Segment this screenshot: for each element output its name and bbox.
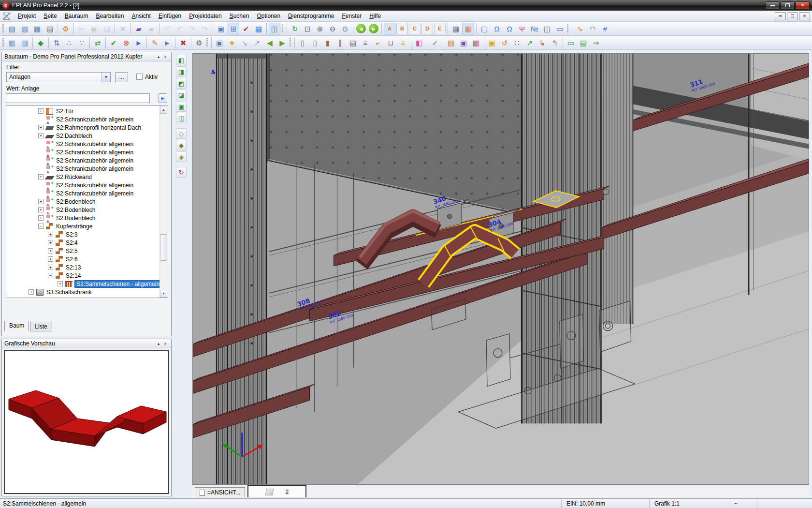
tab-ansicht[interactable]: =ANSICHT... [195,487,245,497]
copy-icon[interactable]: ▣ [88,23,100,34]
report-flag-icon[interactable]: ► [133,37,145,48]
view-3d-se-icon[interactable]: ◇ [176,128,187,139]
menu-projekt[interactable]: Projekt [14,11,40,21]
wert-apply-button[interactable]: ▶ [159,93,167,103]
plugins-icon[interactable]: ◆ [35,37,46,48]
print-icon[interactable]: ▤ [44,23,56,34]
preview-panel-header[interactable]: Grafische Vorschau ▴ x [2,339,171,348]
view-left-icon[interactable]: ◩ [176,78,187,89]
process-gear-icon[interactable]: ⊛ [120,37,132,48]
tree-item-label[interactable]: S2:Schrankzubehör allgemein [55,190,134,197]
tree-item-label[interactable]: S2:Dachblech [55,133,93,139]
mounting-plate-icon[interactable]: ▮ [322,37,334,48]
scheme-d-icon[interactable]: D [421,23,433,34]
tree-item[interactable]: −Kupferstränge [6,222,160,230]
tree-item-label[interactable]: S2:4 [65,239,79,246]
mdi-restore-button[interactable] [787,12,798,20]
tree-expander-icon[interactable]: + [48,256,53,262]
enclosure-browser-icon[interactable]: ▯ [309,37,321,48]
delete-selection-icon[interactable]: ✖ [117,23,129,34]
toolbar-grip[interactable] [567,24,568,33]
zoom-out-icon[interactable]: ⊖ [327,23,338,34]
tree-item-label[interactable]: S2:3 [65,231,79,238]
chevron-down-icon[interactable]: ▼ [102,73,110,82]
window-cutout-icon[interactable]: ▣ [458,37,469,48]
new-part-icon[interactable]: ★ [226,37,238,48]
tree-item[interactable]: +S2:5 [6,247,160,255]
ruler-icon[interactable]: ▭ [554,23,566,34]
tree-item-label[interactable]: S2:Schrankzubehör allgemein [55,141,134,148]
menu-hilfe[interactable]: Hilfe [365,11,385,21]
free-plate-icon[interactable]: ∥ [334,37,346,48]
tree-item[interactable]: S2:Schrankzubehör allgemein [6,140,160,148]
tree-item-label[interactable]: S2:Schrankzubehör allgemein [55,157,134,164]
cut-icon[interactable]: ✂ [76,23,87,34]
angle-rail-icon[interactable]: ⌐ [372,37,384,48]
tree-item-label[interactable]: S2:Schrankzubehör allgemein [55,116,134,123]
open-page-icon[interactable]: ▨ [19,23,30,34]
tree-item[interactable]: +S2:3 [6,230,160,239]
synchronize-icon[interactable]: ⇄ [92,37,103,48]
place-part-icon[interactable]: ↗ [524,37,536,48]
zoom-in-icon[interactable]: ⊕ [314,23,326,34]
tree-item[interactable]: +S2:4 [6,239,160,247]
redo-list-icon[interactable]: ↷ [199,23,211,34]
scheme-e-icon[interactable]: E [434,23,446,34]
3d-viewport[interactable]: 302RIT 3580.000308RIT 3580.000340RIT 358… [192,53,809,485]
bend-busbar-2-icon[interactable]: ↰ [549,37,561,48]
maximize-button[interactable] [781,1,795,10]
edit-document-icon[interactable]: ✎ [149,37,160,48]
tree-item-label[interactable]: S2:14 [65,272,82,279]
magnet-icon[interactable]: Ω [491,23,503,34]
3d-scene[interactable]: 302RIT 3580.000308RIT 3580.000340RIT 358… [193,54,809,484]
new-page-icon[interactable]: ▧ [6,23,18,34]
minimize-button[interactable] [766,1,780,10]
bend-busbar-icon[interactable]: ↳ [536,37,548,48]
tree-item-label[interactable]: S2:Schrankzubehör allgemein [55,182,134,189]
tree-item[interactable]: +S2:Tür [6,107,160,115]
page-navigator-icon[interactable]: ▣ [215,23,227,34]
wert-input[interactable] [6,93,150,103]
mounting-rail-icon[interactable]: ≡ [360,37,371,48]
tree-expander-icon[interactable]: − [38,224,44,229]
scheme-a-icon[interactable]: A [384,23,395,34]
tab-page-2[interactable]: 2 [247,485,306,497]
layout-space-navigator-icon[interactable]: ▥ [6,37,18,48]
export-part-icon[interactable]: ↗ [251,37,263,48]
toolbar-grip[interactable] [290,38,291,47]
tree-item[interactable]: S2:Schrankzubehör allgemein [6,181,160,189]
tree-item[interactable]: S2:Schrankzubehör allgemein [6,148,160,156]
tree-item-label[interactable]: S2:Sammelschienen - allgemein [74,280,161,288]
redraw-icon[interactable]: ↻ [289,23,301,34]
menu-optionen[interactable]: Optionen [253,11,284,21]
tree-item-label[interactable]: S2:13 [65,264,82,271]
previous-part-icon[interactable]: ◀ [264,37,276,48]
tree-expander-icon[interactable]: + [38,199,44,204]
panel-close-icon[interactable]: x [162,341,169,346]
menu-einfuegen[interactable]: Einfügen [155,11,185,21]
connection-symbols-icon[interactable]: Ψ [516,23,528,34]
menu-seite[interactable]: Seite [40,11,60,21]
undo-icon[interactable]: ↶ [161,23,173,34]
drilling-pattern-icon[interactable]: ▥ [470,37,482,48]
menu-bauraum[interactable]: Bauraum [61,11,92,21]
assign-format-icon[interactable]: ▰ [145,23,157,34]
next-part-icon[interactable]: ▶ [276,37,288,48]
rotate-view-icon[interactable]: ↻ [176,167,187,178]
bauraum-panel-header[interactable]: Bauraum - Demo Pro Panel Professional 20… [2,52,171,61]
tab-liste[interactable]: Liste [30,322,52,331]
measure-arc-icon[interactable]: ◠ [587,23,598,34]
toolbar-grip[interactable] [282,24,283,33]
tree-item[interactable]: +S2:Bodenblech [6,197,160,206]
import-part-icon[interactable]: ↘ [239,37,250,48]
tree-expander-icon[interactable]: + [38,108,44,114]
tree-expander-icon[interactable]: + [58,281,63,286]
tree-item-label[interactable]: S2:Schrankzubehör allgemein [55,149,134,156]
tab-baum[interactable]: Baum [4,321,29,331]
tree-item[interactable]: +S2:Bodenblech [6,214,160,222]
base-objects-icon[interactable]: ◧ [413,37,425,48]
scheme-c-icon[interactable]: C [409,23,420,34]
tree-item[interactable]: +S2:Rückwand [6,173,160,181]
zoom-100-icon[interactable]: ⊙ [339,23,351,34]
layout-space-tree[interactable]: +S2:TürS2:Schrankzubehör allgemein+S2:Ra… [6,105,168,298]
